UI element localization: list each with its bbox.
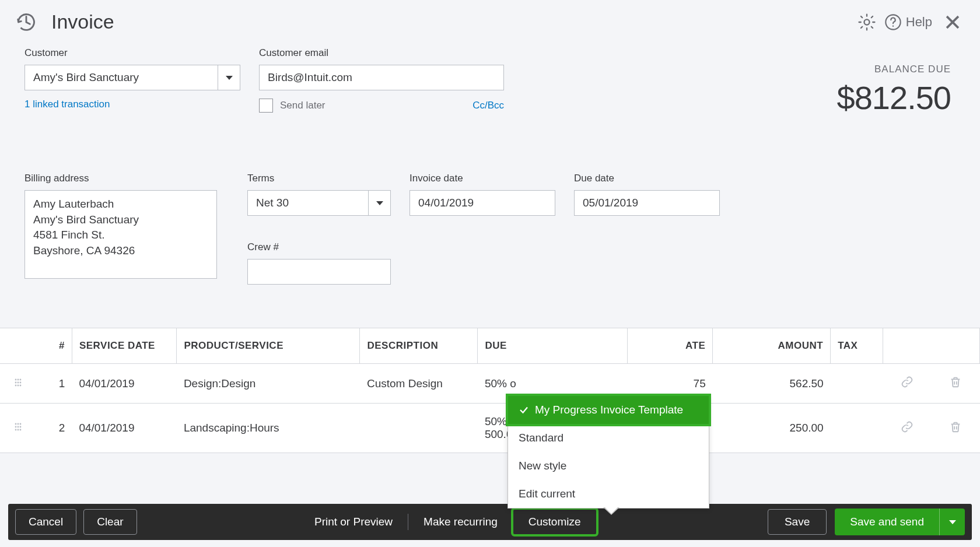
svg-point-16 bbox=[20, 423, 22, 425]
due-date-label: Due date bbox=[574, 173, 720, 184]
help-button[interactable]: Help bbox=[884, 13, 932, 31]
drag-handle-icon[interactable] bbox=[0, 404, 37, 453]
svg-point-18 bbox=[18, 426, 19, 428]
customer-select[interactable]: Amy's Bird Sanctuary bbox=[24, 65, 240, 90]
link-icon[interactable] bbox=[883, 364, 931, 404]
invoice-date-label: Invoice date bbox=[410, 173, 555, 184]
terms-value: Net 30 bbox=[248, 191, 368, 215]
due-date-input[interactable]: 05/01/2019 bbox=[574, 190, 720, 216]
clear-button[interactable]: Clear bbox=[83, 509, 136, 535]
send-later-checkbox[interactable] bbox=[259, 99, 273, 113]
trash-icon[interactable] bbox=[931, 364, 979, 404]
drag-handle-icon[interactable] bbox=[0, 364, 37, 404]
make-recurring-button[interactable]: Make recurring bbox=[408, 510, 513, 534]
crew-label: Crew # bbox=[247, 241, 391, 253]
svg-point-10 bbox=[20, 381, 22, 383]
ccbcc-link[interactable]: Cc/Bcc bbox=[473, 100, 504, 111]
svg-point-8 bbox=[15, 381, 17, 383]
svg-point-17 bbox=[15, 426, 17, 428]
save-and-send-button[interactable]: Save and send bbox=[835, 509, 965, 535]
page-title: Invoice bbox=[51, 10, 114, 33]
linked-transaction-link[interactable]: 1 linked transaction bbox=[24, 99, 240, 110]
terms-label: Terms bbox=[247, 173, 391, 184]
balance-due-label: BALANCE DUE bbox=[837, 64, 951, 75]
customize-menu: My Progress Invoice Template Standard Ne… bbox=[508, 395, 709, 509]
billing-address-label: Billing address bbox=[24, 173, 229, 184]
gear-icon bbox=[857, 12, 877, 32]
col-service-date: SERVICE DATE bbox=[72, 328, 176, 364]
customize-menu-item[interactable]: New style bbox=[508, 452, 709, 480]
svg-point-9 bbox=[18, 381, 19, 383]
svg-point-15 bbox=[18, 423, 19, 425]
email-input[interactable]: Birds@Intuit.com bbox=[259, 65, 504, 90]
customize-button[interactable]: Customize bbox=[513, 510, 596, 534]
col-amount: AMOUNT bbox=[713, 328, 831, 364]
invoice-date-input[interactable]: 04/01/2019 bbox=[410, 190, 555, 216]
customize-menu-item-selected[interactable]: My Progress Invoice Template bbox=[508, 396, 709, 424]
svg-point-0 bbox=[864, 19, 869, 24]
svg-point-6 bbox=[18, 378, 19, 380]
svg-point-13 bbox=[20, 384, 22, 386]
help-label: Help bbox=[906, 15, 932, 30]
footer-bar: Cancel Clear Print or Preview Make recur… bbox=[8, 504, 972, 540]
settings-button[interactable] bbox=[857, 12, 877, 32]
terms-select[interactable]: Net 30 bbox=[247, 190, 391, 216]
customize-menu-item[interactable]: Edit current bbox=[508, 480, 709, 508]
svg-point-14 bbox=[15, 423, 17, 425]
svg-point-2 bbox=[892, 25, 894, 26]
link-icon[interactable] bbox=[883, 404, 931, 453]
table-row[interactable]: 2 04/01/2019 Landscaping:Hours 50% of 50… bbox=[0, 404, 980, 453]
customer-dropdown-trigger[interactable] bbox=[218, 65, 240, 90]
customer-label: Customer bbox=[24, 47, 240, 59]
line-items-table: # SERVICE DATE PRODUCT/SERVICE DESCRIPTI… bbox=[0, 328, 980, 453]
svg-point-22 bbox=[20, 429, 22, 431]
print-preview-button[interactable]: Print or Preview bbox=[299, 510, 408, 534]
customer-value: Amy's Bird Sanctuary bbox=[25, 65, 218, 90]
balance-due-amount: $812.50 bbox=[837, 79, 951, 117]
email-label: Customer email bbox=[259, 47, 504, 59]
help-icon bbox=[884, 13, 902, 31]
table-row[interactable]: 1 04/01/2019 Design:Design Custom Design… bbox=[0, 364, 980, 404]
col-num: # bbox=[37, 328, 72, 364]
check-icon bbox=[519, 405, 529, 415]
save-button[interactable]: Save bbox=[768, 509, 827, 535]
col-due: DUE bbox=[478, 328, 628, 364]
col-product: PRODUCT/SERVICE bbox=[177, 328, 360, 364]
svg-point-12 bbox=[18, 384, 19, 386]
close-icon bbox=[943, 12, 963, 32]
terms-dropdown-trigger[interactable] bbox=[368, 191, 390, 215]
send-later-label: Send later bbox=[280, 100, 326, 111]
billing-address-input[interactable]: Amy Lauterbach Amy's Bird Sanctuary 4581… bbox=[24, 190, 217, 279]
svg-point-21 bbox=[18, 429, 19, 431]
trash-icon[interactable] bbox=[931, 404, 979, 453]
crew-input[interactable] bbox=[247, 259, 391, 285]
cancel-button[interactable]: Cancel bbox=[15, 509, 76, 535]
col-rate-partial: ATE bbox=[628, 328, 713, 364]
history-icon[interactable] bbox=[15, 11, 37, 33]
svg-point-20 bbox=[15, 429, 17, 431]
close-button[interactable] bbox=[943, 12, 963, 32]
col-tax: TAX bbox=[831, 328, 883, 364]
save-and-send-dropdown[interactable] bbox=[939, 509, 965, 535]
svg-point-7 bbox=[20, 378, 22, 380]
col-description: DESCRIPTION bbox=[360, 328, 478, 364]
svg-point-11 bbox=[15, 384, 17, 386]
customize-menu-item[interactable]: Standard bbox=[508, 424, 709, 452]
svg-point-19 bbox=[20, 426, 22, 428]
svg-point-5 bbox=[15, 378, 17, 380]
